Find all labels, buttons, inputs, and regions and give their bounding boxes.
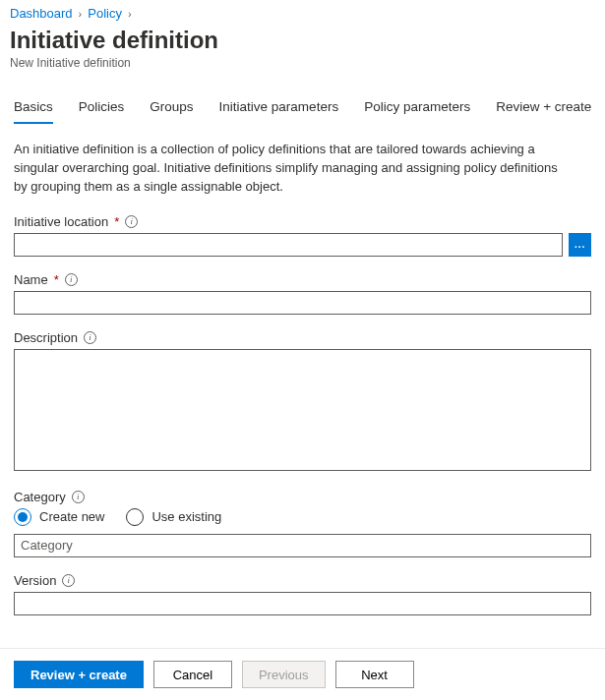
name-input[interactable] [14, 291, 591, 315]
field-initiative-location: Initiative location * i ... [14, 214, 591, 257]
tab-basics[interactable]: Basics [14, 99, 53, 124]
info-icon[interactable]: i [125, 215, 138, 228]
chevron-right-icon: › [128, 8, 132, 20]
category-input[interactable] [14, 534, 591, 557]
chevron-right-icon: › [79, 8, 83, 20]
required-indicator: * [114, 214, 119, 229]
field-version: Version i [14, 573, 591, 615]
field-category: Category i Create new Use existing [14, 490, 591, 557]
cancel-button[interactable]: Cancel [153, 661, 232, 688]
tab-review-create[interactable]: Review + create [496, 99, 591, 124]
next-button[interactable]: Next [335, 661, 414, 688]
tab-initiative-parameters[interactable]: Initiative parameters [219, 99, 339, 124]
info-icon[interactable]: i [65, 273, 78, 286]
page-header: Initiative definition New Initiative def… [0, 23, 605, 78]
initiative-location-input[interactable] [14, 233, 563, 257]
tab-policies[interactable]: Policies [79, 99, 125, 124]
info-icon[interactable]: i [62, 574, 75, 587]
label-category: Category [14, 490, 66, 504]
label-name: Name [14, 272, 48, 287]
ellipsis-icon: ... [575, 239, 585, 250]
required-indicator: * [54, 272, 59, 287]
location-picker-button[interactable]: ... [569, 233, 591, 257]
radio-icon [126, 508, 144, 526]
radio-use-existing-label: Use existing [151, 509, 221, 524]
footer-bar: Review + create Cancel Previous Next [0, 648, 605, 700]
field-description: Description i [14, 330, 591, 474]
review-create-button[interactable]: Review + create [14, 661, 144, 688]
radio-create-new[interactable]: Create new [14, 508, 104, 526]
label-version: Version [14, 573, 56, 588]
field-name: Name * i [14, 272, 591, 315]
label-description: Description [14, 330, 78, 345]
info-icon[interactable]: i [72, 491, 85, 503]
page-title: Initiative definition [10, 27, 595, 54]
previous-button: Previous [242, 661, 326, 688]
intro-text: An initiative definition is a collection… [0, 125, 580, 206]
form: Initiative location * i ... Name * i Des… [0, 206, 605, 615]
radio-icon [14, 508, 31, 526]
version-input[interactable] [14, 592, 591, 615]
radio-create-new-label: Create new [39, 509, 104, 524]
tab-policy-parameters[interactable]: Policy parameters [364, 99, 470, 124]
breadcrumb-dashboard[interactable]: Dashboard [10, 6, 73, 21]
label-initiative-location: Initiative location [14, 214, 108, 229]
tab-groups[interactable]: Groups [150, 99, 193, 124]
tab-bar: Basics Policies Groups Initiative parame… [0, 78, 605, 125]
breadcrumb-policy[interactable]: Policy [88, 6, 122, 21]
page-subtitle: New Initiative definition [10, 56, 595, 70]
description-input[interactable] [14, 349, 591, 471]
info-icon[interactable]: i [84, 331, 96, 344]
radio-use-existing[interactable]: Use existing [126, 508, 221, 526]
breadcrumb: Dashboard › Policy › [0, 0, 605, 23]
